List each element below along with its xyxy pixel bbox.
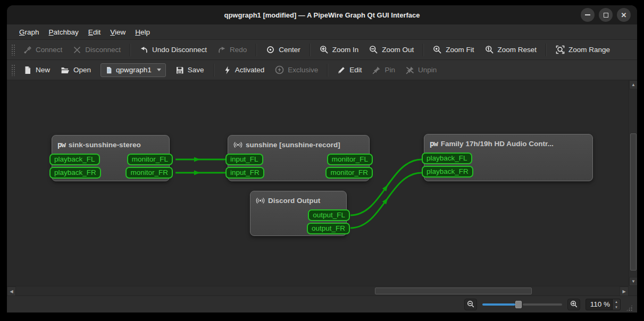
desktop: qpwgraph1 [modified] — A PipeWire Graph … <box>0 0 644 321</box>
port-monitor_FR[interactable]: monitor_FR <box>325 167 373 179</box>
graph-viewport[interactable]: pw sink-sunshine-stereo playback_FL moni… <box>7 80 637 286</box>
port-output_FL[interactable]: output_FL <box>308 209 350 221</box>
zoom-reset-button[interactable]: Zoom Reset <box>480 42 542 58</box>
connection-wires <box>7 80 629 286</box>
node-header: Discord Output <box>250 191 346 209</box>
port-playback_FR[interactable]: playback_FR <box>422 166 473 178</box>
port-input_FR[interactable]: input_FR <box>225 167 264 179</box>
minimize-icon <box>585 14 590 15</box>
close-icon: ✕ <box>621 11 627 19</box>
node-title-text: sink-sunshine-stereo <box>69 141 141 149</box>
menu-patchbay[interactable]: Patchbay <box>44 26 83 38</box>
node-header: pw Family 17h/19h HD Audio Contr... <box>424 134 592 153</box>
node-sunshine[interactable]: sunshine [sunshine-record] input_FL moni… <box>228 135 370 181</box>
new-button[interactable]: New <box>18 62 55 78</box>
spin-up-icon[interactable]: ▲ <box>613 299 620 305</box>
window-controls: ✕ <box>581 8 631 22</box>
port-playback_FL[interactable]: playback_FL <box>422 153 472 164</box>
patchbay-profile-select[interactable]: qpwgraph1 <box>101 63 166 77</box>
menu-help[interactable]: Help <box>130 26 155 38</box>
menu-view[interactable]: View <box>105 26 130 38</box>
port-input_FL[interactable]: input_FL <box>225 154 263 165</box>
zoom-slider[interactable] <box>482 300 562 309</box>
titlebar[interactable]: qpwgraph1 [modified] — A PipeWire Graph … <box>7 5 637 24</box>
scroll-down-icon[interactable]: ▼ <box>629 277 637 286</box>
toolbar-separator <box>423 44 424 56</box>
pin-icon <box>372 66 381 74</box>
menu-edit[interactable]: Edit <box>83 26 105 38</box>
open-folder-icon <box>61 66 70 74</box>
profile-select-value: qpwgraph1 <box>116 66 152 74</box>
zoom-out-icon <box>467 300 475 308</box>
disconnect-icon <box>73 46 81 54</box>
graph-toolbar: Connect Disconnect Undo Disconnect Redo … <box>7 39 637 60</box>
edit-button[interactable]: Edit <box>332 62 367 78</box>
toolbar-drag-handle[interactable] <box>11 44 15 56</box>
zoom-spinbox[interactable]: 110 % ▲ ▼ <box>586 299 621 310</box>
scroll-right-icon[interactable]: ▶ <box>620 286 629 296</box>
activated-button[interactable]: Activated <box>218 62 270 78</box>
zoom-fit-button[interactable]: Zoom Fit <box>428 42 479 58</box>
connect-button[interactable]: Connect <box>18 42 68 58</box>
stream-icon <box>233 140 242 149</box>
spin-down-icon[interactable]: ▼ <box>613 305 620 310</box>
vertical-scrollbar[interactable]: ▲ ▼ <box>629 80 637 286</box>
new-file-icon <box>23 66 32 74</box>
port-monitor_FL[interactable]: monitor_FL <box>127 154 173 165</box>
node-header: sunshine [sunshine-record] <box>228 136 369 154</box>
node-sink-sunshine-stereo[interactable]: pw sink-sunshine-stereo playback_FL moni… <box>52 135 170 181</box>
zoom-slider-track-empty <box>523 303 562 306</box>
port-monitor_FR[interactable]: monitor_FR <box>126 167 173 179</box>
statusbar-zoom-in-button[interactable] <box>567 299 580 310</box>
close-button[interactable]: ✕ <box>617 8 631 22</box>
zoom-slider-handle[interactable] <box>515 301 522 308</box>
center-button[interactable]: Center <box>261 42 306 58</box>
resize-grip[interactable] <box>626 305 633 311</box>
port-output_FR[interactable]: output_FR <box>307 223 350 234</box>
node-title-text: sunshine [sunshine-record] <box>246 141 340 149</box>
node-discord-output[interactable]: Discord Output output_FL output_FR <box>250 191 347 236</box>
horizontal-scrollbar[interactable]: ◀ ▶ <box>7 286 629 295</box>
vertical-scroll-thumb[interactable] <box>630 133 637 271</box>
toolbar-separator <box>546 44 547 56</box>
scroll-left-icon[interactable]: ◀ <box>7 286 16 296</box>
zoom-range-button[interactable]: Zoom Range <box>550 42 615 58</box>
unpin-button[interactable]: Unpin <box>400 62 442 78</box>
port-playback_FL[interactable]: playback_FL <box>49 154 100 165</box>
graph-canvas[interactable]: pw sink-sunshine-stereo playback_FL moni… <box>7 80 637 295</box>
scroll-up-icon[interactable]: ▲ <box>629 80 637 89</box>
patchbay-file-icon <box>105 66 113 74</box>
redo-icon <box>218 46 226 54</box>
stream-icon <box>256 196 265 205</box>
save-button[interactable]: Save <box>170 62 210 78</box>
wire-arrow-icon <box>194 157 200 162</box>
edit-pencil-icon <box>337 66 346 74</box>
pin-button[interactable]: Pin <box>367 62 400 78</box>
unpin-icon <box>406 66 414 74</box>
undo-disconnect-button[interactable]: Undo Disconnect <box>135 42 212 58</box>
center-icon <box>266 45 275 54</box>
horizontal-scroll-thumb[interactable] <box>375 288 532 294</box>
port-monitor_FL[interactable]: monitor_FL <box>327 154 373 165</box>
menubar: Graph Patchbay Edit View Help <box>7 24 637 39</box>
menu-graph[interactable]: Graph <box>14 26 44 38</box>
pipewire-icon: pw <box>57 140 65 149</box>
zoom-in-icon <box>570 300 578 308</box>
statusbar: 110 % ▲ ▼ <box>7 295 637 312</box>
exclusive-button[interactable]: Exclusive <box>270 62 323 78</box>
statusbar-zoom-out-button[interactable] <box>464 299 477 310</box>
wire-arrow-icon <box>194 171 200 175</box>
port-playback_FR[interactable]: playback_FR <box>49 167 101 179</box>
zoom-in-icon <box>320 45 329 54</box>
toolbar-drag-handle[interactable] <box>11 64 15 76</box>
undo-icon <box>140 46 148 54</box>
node-family-hd-audio[interactable]: pw Family 17h/19h HD Audio Contr... play… <box>424 134 593 181</box>
open-button[interactable]: Open <box>55 62 96 78</box>
minimize-button[interactable] <box>581 8 595 22</box>
disconnect-button[interactable]: Disconnect <box>68 42 126 58</box>
pipewire-icon: pw <box>430 139 438 148</box>
redo-button[interactable]: Redo <box>212 42 252 58</box>
zoom-in-button[interactable]: Zoom In <box>314 42 364 58</box>
zoom-out-button[interactable]: Zoom Out <box>364 42 419 58</box>
maximize-button[interactable] <box>599 8 613 22</box>
